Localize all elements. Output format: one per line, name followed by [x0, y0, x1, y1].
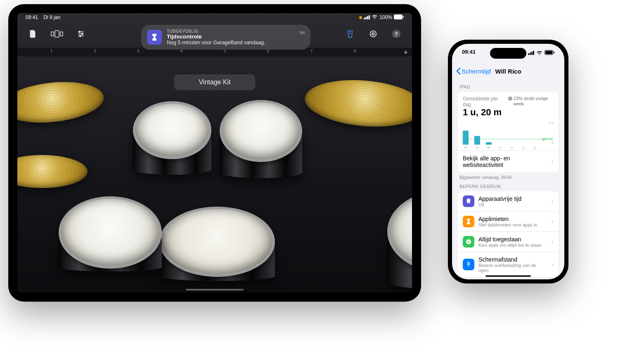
- x-tick: D: [497, 145, 503, 150]
- section-device: IPAD: [459, 84, 557, 89]
- limits-card: Apparaatvrije tijdUit›ApplimietenStel ti…: [458, 191, 559, 277]
- x-tick: V: [509, 145, 515, 150]
- avg-value: 1 u, 20 m: [463, 107, 505, 117]
- svg-rect-13: [545, 51, 552, 54]
- hourglass-icon: [147, 30, 162, 45]
- ruler-mark: 8: [354, 49, 356, 53]
- ruler-mark: 3: [137, 49, 140, 53]
- updated-text: Bijgewerkt: vandaag, 09:40: [459, 175, 557, 180]
- dynamic-island: [490, 48, 526, 59]
- see-all-label: Bekijk alle app- en websiteactiviteit: [463, 155, 547, 168]
- ruler-mark: 2: [94, 49, 96, 53]
- chart-x-labels: MDWDVZZ: [463, 145, 545, 150]
- ipad-status-left: 09:41 Di 9 jan: [26, 14, 60, 20]
- row-icon: [463, 236, 474, 248]
- iphone-screen: 09:41 Schermtijd Will Rico IPAD Gemiddel…: [452, 44, 564, 279]
- svg-point-9: [372, 33, 374, 35]
- nav-bar: Schermtijd Will Rico: [452, 62, 564, 80]
- cell-sub: Stel tijdslimieten voor apps in: [478, 222, 547, 227]
- notification-body: TIJDGEVOELIG Tijdscontrole Nog 5 minuten…: [167, 29, 295, 45]
- recording-indicator-icon: [359, 16, 362, 19]
- svg-point-7: [80, 35, 81, 36]
- limits-row[interactable]: ApplimietenStel tijdslimieten voor apps …: [458, 211, 559, 231]
- browser-button[interactable]: [49, 26, 65, 42]
- x-tick: Z: [532, 145, 538, 150]
- battery-icon: [394, 14, 404, 21]
- ruler-mark: 1: [50, 49, 53, 53]
- cell-sub: Kies apps om altijd toe te staan: [478, 243, 547, 248]
- drum-kit: [17, 62, 412, 293]
- chevron-right-icon: ›: [552, 238, 554, 245]
- y-tick-top: 4 u: [548, 121, 554, 125]
- track-controls-button[interactable]: [73, 26, 89, 42]
- iphone-device: 09:41 Schermtijd Will Rico IPAD Gemiddel…: [448, 40, 568, 283]
- add-section-button[interactable]: +: [403, 48, 408, 57]
- row-icon: [463, 259, 474, 270]
- svg-rect-2: [51, 32, 54, 36]
- cellular-icon: [364, 15, 370, 19]
- cell-title: Schermafstand: [478, 256, 547, 263]
- svg-point-8: [370, 31, 376, 37]
- limits-row[interactable]: Altijd toegestaanKies apps om altijd toe…: [458, 231, 559, 252]
- chevron-left-icon: [456, 67, 461, 75]
- status-time: 09:41: [462, 49, 476, 57]
- help-button[interactable]: ?: [388, 26, 405, 42]
- ipad-screen: 09:41 Di 9 jan 100% ?: [17, 13, 412, 293]
- svg-rect-4: [60, 32, 63, 36]
- back-button[interactable]: Schermtijd: [456, 67, 491, 75]
- cell-title: Altijd toegestaan: [478, 236, 547, 243]
- limits-row[interactable]: SchermafstandBeperk overbelasting van de…: [458, 252, 559, 277]
- chevron-right-icon: ›: [552, 198, 554, 205]
- my-songs-button[interactable]: [25, 26, 41, 42]
- cell-title: Apparaatvrije tijd: [478, 195, 547, 202]
- row-icon: [463, 216, 474, 227]
- limits-row[interactable]: Apparaatvrije tijdUit›: [458, 191, 559, 211]
- settings-button[interactable]: [365, 26, 381, 42]
- screentime-content[interactable]: IPAD Gemiddelde per dag 1 u, 20 m 23% si…: [452, 80, 564, 279]
- svg-point-16: [466, 239, 471, 244]
- crash-cymbal-left[interactable]: [17, 77, 106, 127]
- home-indicator[interactable]: [485, 275, 531, 277]
- metronome-button[interactable]: [342, 26, 358, 42]
- usage-card: Gemiddelde per dag 1 u, 20 m 23% sinds v…: [458, 92, 559, 172]
- chevron-right-icon: ›: [552, 261, 554, 268]
- chart-bars: [463, 123, 545, 145]
- back-label: Schermtijd: [462, 68, 491, 75]
- x-tick: D: [474, 145, 480, 150]
- hihat-cymbal[interactable]: [17, 155, 88, 188]
- y-tick-bot: 0: [552, 141, 554, 145]
- avg-label: Gemiddelde per dag: [463, 96, 505, 107]
- chart-bar: [474, 136, 480, 145]
- battery-percent: 100%: [379, 14, 392, 20]
- svg-point-6: [82, 33, 83, 34]
- svg-rect-3: [55, 31, 59, 37]
- screentime-notification[interactable]: TIJDGEVOELIG Tijdscontrole Nog 5 minuten…: [141, 25, 310, 50]
- cell-sub: Uit: [478, 202, 547, 207]
- kit-name: Vintage Kit: [199, 79, 230, 86]
- cellular-icon: [528, 51, 534, 55]
- x-tick: W: [486, 145, 492, 150]
- see-all-activity[interactable]: Bekijk alle app- en websiteactiviteit ›: [458, 150, 559, 172]
- chevron-right-icon: ›: [552, 218, 554, 225]
- notification-title: Tijdscontrole: [167, 33, 295, 40]
- section-limits: BEPERK GEBRUIK: [459, 184, 557, 189]
- cell-title: Applimieten: [478, 216, 547, 222]
- drum-kit-selector[interactable]: Vintage Kit: [174, 74, 255, 90]
- ruler-mark: 7: [310, 49, 313, 53]
- ride-cymbal[interactable]: [303, 76, 412, 131]
- row-icon: [463, 195, 474, 207]
- wifi-icon: [372, 14, 378, 20]
- notification-tag: TIJDGEVOELIG: [167, 29, 295, 33]
- home-indicator[interactable]: [186, 289, 244, 291]
- battery-icon: [545, 50, 554, 56]
- svg-text:?: ?: [395, 31, 398, 37]
- ipad-status-bar: 09:41 Di 9 jan 100%: [17, 13, 412, 21]
- usage-chart[interactable]: 4 u gemid. 0 MDWDVZZ: [463, 121, 554, 150]
- iphone-status-right: [528, 49, 554, 57]
- svg-point-5: [79, 31, 80, 32]
- delta-badge: 23% sinds vorige week: [508, 96, 554, 107]
- svg-rect-14: [554, 51, 554, 53]
- ipad-device: 09:41 Di 9 jan 100% ?: [8, 4, 421, 302]
- x-tick: M: [463, 145, 469, 150]
- status-time: 09:41: [26, 14, 38, 20]
